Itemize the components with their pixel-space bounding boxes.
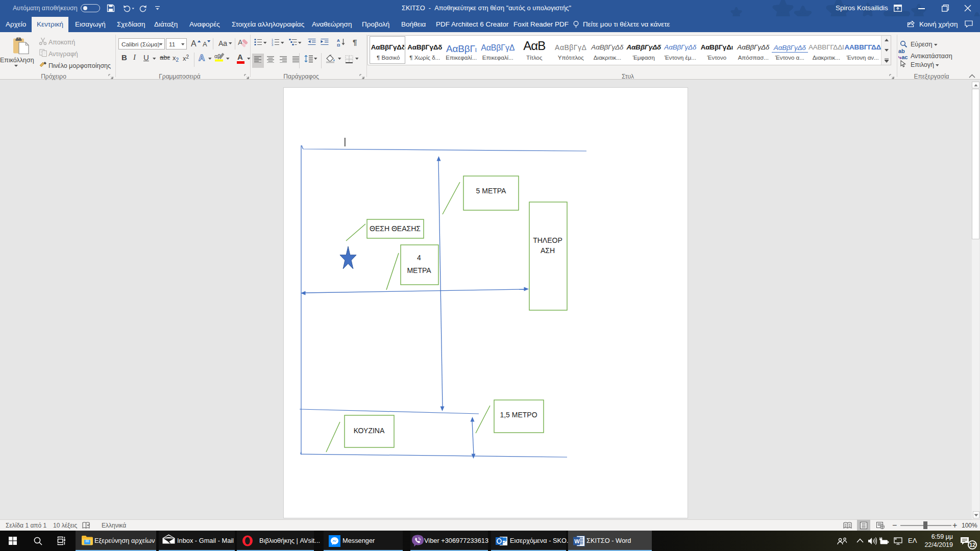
- svg-text:ΜΕΤΡΑ: ΜΕΤΡΑ: [407, 266, 431, 274]
- svg-text:ΤΗΛΕΟΡ: ΤΗΛΕΟΡ: [533, 236, 562, 244]
- svg-text:4: 4: [417, 254, 421, 262]
- svg-text:ΘΕΣΗ ΘΕΑΣΗΣ: ΘΕΣΗ ΘΕΑΣΗΣ: [370, 224, 421, 233]
- svg-text:ΑΣΗ: ΑΣΗ: [541, 246, 555, 255]
- svg-text:A: A: [191, 39, 197, 48]
- svg-text:A: A: [199, 53, 205, 62]
- svg-text:ΚΟΥΖΙΝΑ: ΚΟΥΖΙΝΑ: [354, 427, 385, 435]
- svg-text:W: W: [574, 538, 580, 544]
- svg-text:5 ΜΕΤΡΑ: 5 ΜΕΤΡΑ: [476, 187, 507, 195]
- svg-text:Α: Α: [337, 38, 340, 43]
- svg-text:Ω: Ω: [337, 43, 340, 46]
- svg-text:3: 3: [272, 43, 273, 46]
- svg-text:A: A: [203, 40, 207, 48]
- svg-text:1,5 ΜΕΤΡΟ: 1,5 ΜΕΤΡΟ: [500, 411, 537, 419]
